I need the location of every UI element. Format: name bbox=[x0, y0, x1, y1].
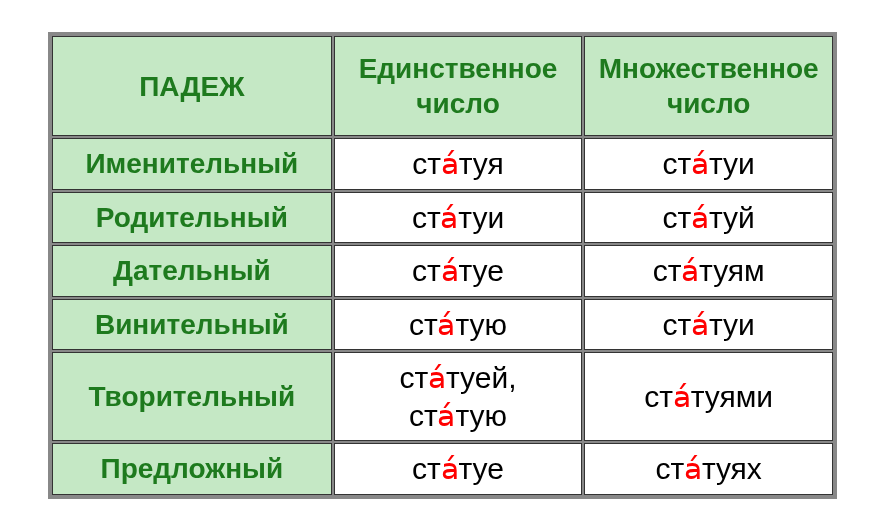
plural-form: ста́туях bbox=[584, 443, 833, 495]
declension-table: ПАДЕЖ Единственное число Множественное ч… bbox=[48, 32, 837, 499]
case-label: Предложный bbox=[52, 443, 332, 495]
header-plural: Множественное число bbox=[584, 36, 833, 136]
plural-form: ста́туй bbox=[584, 192, 833, 244]
table-row: Творительныйста́туей,ста́туюста́туями bbox=[52, 352, 833, 441]
table-row: Дательныйста́туеста́туям bbox=[52, 245, 833, 297]
singular-form: ста́туе bbox=[334, 245, 583, 297]
plural-form: ста́туи bbox=[584, 299, 833, 351]
header-case: ПАДЕЖ bbox=[52, 36, 332, 136]
table-row: Родительныйста́туиста́туй bbox=[52, 192, 833, 244]
singular-form: ста́туе bbox=[334, 443, 583, 495]
plural-form: ста́туям bbox=[584, 245, 833, 297]
header-singular-line2: число bbox=[416, 88, 500, 119]
singular-form: ста́туи bbox=[334, 192, 583, 244]
singular-form: ста́тую bbox=[334, 299, 583, 351]
case-label: Дательный bbox=[52, 245, 332, 297]
singular-form: ста́туя bbox=[334, 138, 583, 190]
table-header-row: ПАДЕЖ Единственное число Множественное ч… bbox=[52, 36, 833, 136]
case-label: Родительный bbox=[52, 192, 332, 244]
header-singular-line1: Единственное bbox=[359, 53, 558, 84]
case-label: Именительный bbox=[52, 138, 332, 190]
table-body: Именительныйста́туяста́туиРодительныйста… bbox=[52, 138, 833, 495]
table-row: Предложныйста́туеста́туях bbox=[52, 443, 833, 495]
table-row: Винительныйста́туюста́туи bbox=[52, 299, 833, 351]
header-plural-line1: Множественное bbox=[599, 53, 819, 84]
plural-form: ста́туями bbox=[584, 352, 833, 441]
header-singular: Единственное число bbox=[334, 36, 583, 136]
singular-form: ста́туей,ста́тую bbox=[334, 352, 583, 441]
table-row: Именительныйста́туяста́туи bbox=[52, 138, 833, 190]
case-label: Винительный bbox=[52, 299, 332, 351]
plural-form: ста́туи bbox=[584, 138, 833, 190]
case-label: Творительный bbox=[52, 352, 332, 441]
header-plural-line2: число bbox=[667, 88, 751, 119]
